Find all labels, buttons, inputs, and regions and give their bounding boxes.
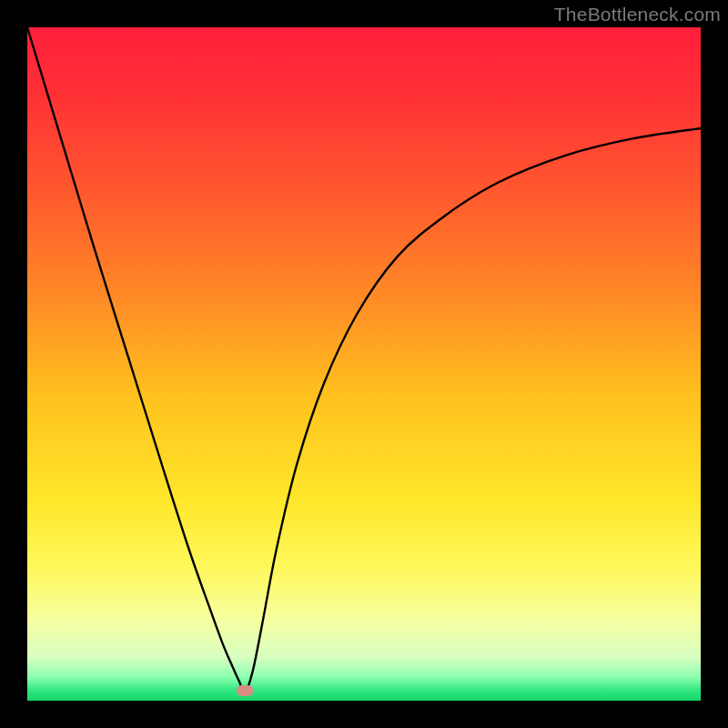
watermark-text: TheBottleneck.com bbox=[554, 4, 721, 25]
optimum-marker bbox=[237, 685, 253, 696]
plot-area bbox=[27, 27, 701, 701]
bottleneck-curve bbox=[27, 27, 701, 701]
chart-stage: TheBottleneck.com bbox=[0, 0, 728, 728]
